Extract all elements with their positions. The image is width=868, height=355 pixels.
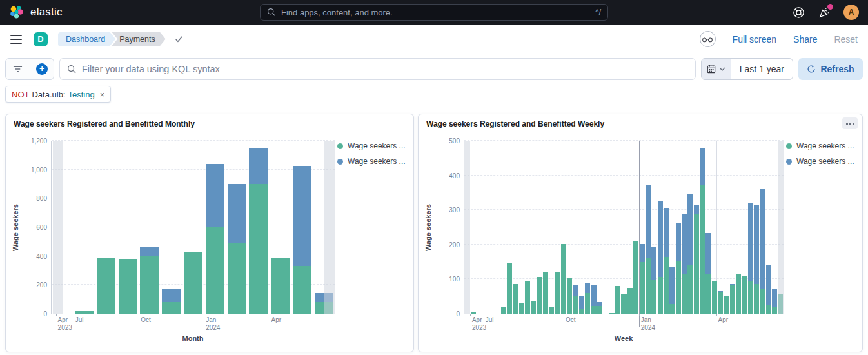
global-search-placeholder: Find apps, content, and more. [281, 8, 590, 17]
kql-search-input[interactable]: Filter your data using KQL syntax [59, 58, 696, 80]
y-tick-label: 200 [449, 241, 460, 248]
bar-registered [766, 305, 771, 314]
space-badge[interactable]: D [34, 32, 48, 46]
y-tick-label: 800 [36, 195, 47, 202]
reset-button[interactable]: Reset [834, 34, 858, 45]
x-tick-mark [56, 314, 57, 316]
query-toolbar: + Filter your data using KQL syntax Last… [0, 54, 868, 84]
y-tick-label: 200 [36, 281, 47, 289]
full-screen-button[interactable]: Full screen [733, 34, 776, 45]
y-tick-label: 600 [36, 224, 47, 231]
x-tick-label: Jan2024 [641, 316, 655, 332]
menu-icon[interactable] [10, 35, 22, 44]
x-tick-mark [74, 314, 74, 316]
legend-item[interactable]: Wage seekers ... [337, 141, 411, 150]
breadcrumb-payments[interactable]: Payments [112, 32, 166, 46]
x-tick-mark [139, 314, 139, 316]
legend-label: Wage seekers ... [796, 157, 854, 166]
y-gridline [464, 175, 784, 176]
bar-registered [627, 288, 633, 314]
panel-options-icon[interactable] [842, 117, 858, 129]
bar-benefitted [687, 194, 693, 265]
bar-registered [748, 281, 753, 314]
bar-registered [730, 285, 735, 314]
bar-registered [543, 272, 548, 314]
bar-benefitted [640, 244, 645, 261]
filter-pill[interactable]: NOT Data.ulb: Testing × [5, 86, 111, 103]
refresh-button[interactable]: Refresh [798, 58, 863, 80]
user-avatar[interactable]: A [843, 5, 859, 20]
add-filter-button[interactable]: + [30, 59, 54, 79]
y-tick-label: 1,200 [31, 137, 47, 145]
bar-benefitted [249, 148, 268, 184]
global-search-input[interactable]: Find apps, content, and more. ^/ [260, 4, 608, 21]
filter-funnel-icon[interactable] [6, 59, 30, 79]
calendar-icon [707, 65, 716, 74]
bar-registered [507, 263, 512, 314]
search-icon [67, 65, 77, 74]
bar-registered [271, 258, 290, 314]
legend-item[interactable]: Wage seekers ... [786, 157, 860, 166]
y-gridline [464, 209, 784, 210]
bar-registered [97, 258, 115, 314]
calendar-dropdown-button[interactable] [702, 59, 731, 79]
bar-registered [591, 306, 597, 314]
bar-benefitted [651, 247, 656, 281]
bar-registered [754, 284, 759, 314]
panel-monthly-chart: Wage seekers Registered and Benefitted M… [5, 114, 414, 352]
app-header: elastic Find apps, content, and more. ^/… [0, 0, 868, 25]
bar-benefitted [206, 164, 224, 227]
bar-registered [646, 258, 651, 314]
x-axis-title: Week [464, 334, 784, 342]
partial-bucket-band [778, 141, 784, 314]
y-axis-title: Wage seekers [11, 141, 20, 314]
chart-legend: Wage seekers ...Wage seekers ... [786, 141, 860, 166]
legend-item[interactable]: Wage seekers ... [786, 141, 860, 150]
help-icon[interactable] [792, 6, 805, 19]
bar-registered [513, 284, 518, 314]
bar-registered [664, 257, 669, 314]
y-tick-label: 400 [449, 172, 460, 179]
bar-registered [742, 276, 747, 314]
partial-bucket-band [464, 141, 470, 314]
x-gridline [204, 141, 204, 327]
y-axis-title: Wage seekers [424, 141, 433, 314]
time-range-value[interactable]: Last 1 year [731, 59, 793, 79]
filter-field: Data.ulb: [32, 90, 65, 99]
date-picker: Last 1 year [701, 58, 793, 80]
bar-registered [621, 294, 626, 314]
share-button[interactable]: Share [793, 34, 817, 45]
bar-benefitted [579, 296, 584, 309]
x-axis-title: Month [51, 334, 335, 342]
x-tick-label: Jul [75, 316, 84, 324]
legend-item[interactable]: Wage seekers ... [337, 157, 411, 166]
breadcrumb-dashboard[interactable]: Dashboard [58, 32, 115, 46]
y-tick-label: 500 [449, 137, 460, 145]
legend-label: Wage seekers ... [796, 141, 854, 150]
view-mode-glasses-icon[interactable] [700, 31, 716, 47]
y-gridline [52, 140, 335, 141]
bar-benefitted [597, 302, 602, 306]
panel-title: Wage seekers Registered and Benefitted W… [426, 119, 840, 128]
x-tick-mark [204, 314, 204, 316]
bar-registered [772, 307, 777, 314]
legend-dot [337, 143, 343, 149]
legend-label: Wage seekers ... [348, 157, 406, 166]
bar-registered [718, 292, 723, 314]
bar-registered [687, 265, 693, 314]
bar-benefitted [162, 289, 181, 302]
bar-registered [712, 281, 717, 314]
bar-registered [760, 289, 765, 314]
plus-icon: + [36, 63, 48, 75]
check-icon[interactable] [173, 34, 184, 45]
bar-registered [658, 277, 663, 314]
newsfeed-icon[interactable] [818, 6, 831, 19]
remove-filter-icon[interactable]: × [100, 90, 105, 99]
bar-benefitted [718, 291, 723, 292]
x-tick-label: Apr [271, 316, 282, 324]
nav-bar: D Dashboard Payments Full screen Share R… [0, 25, 868, 54]
plot-area: 02004006008001,0001,200Apr2023JulOctJan2… [51, 141, 335, 314]
filter-button-group: + [5, 58, 54, 80]
bar-benefitted [682, 214, 687, 274]
x-tick-label: Oct [566, 316, 576, 324]
